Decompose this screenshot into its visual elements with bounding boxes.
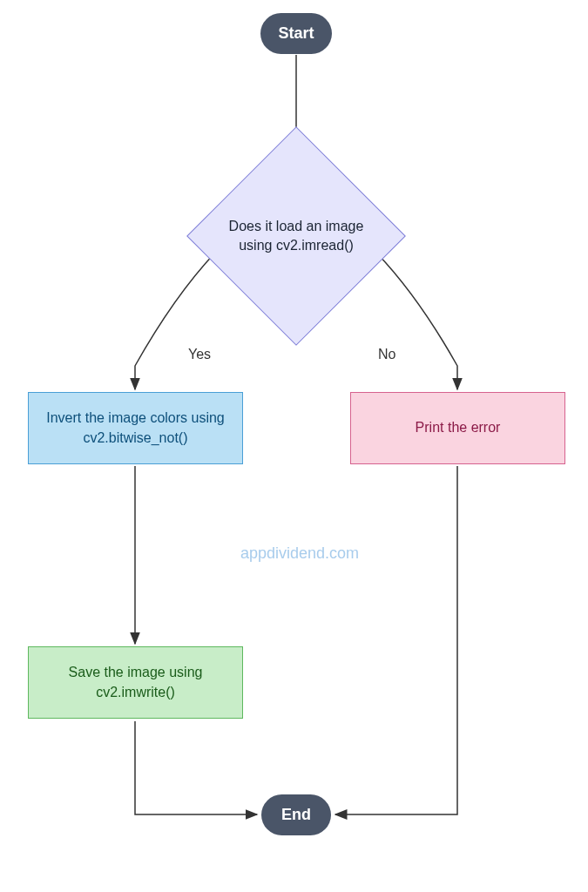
error-label: Print the error bbox=[416, 418, 501, 437]
invert-label: Invert the image colors using cv2.bitwis… bbox=[37, 409, 233, 448]
start-node: Start bbox=[260, 13, 332, 54]
decision-node: Does it load an image using cv2.imread() bbox=[219, 159, 374, 314]
error-node: Print the error bbox=[350, 392, 565, 464]
decision-label: Does it load an image using cv2.imread() bbox=[222, 217, 370, 256]
end-label: End bbox=[281, 806, 311, 824]
save-label: Save the image using cv2.imwrite() bbox=[37, 663, 233, 702]
invert-node: Invert the image colors using cv2.bitwis… bbox=[28, 392, 243, 464]
flowchart-diagram: Start Does it load an image using cv2.im… bbox=[0, 0, 588, 892]
save-node: Save the image using cv2.imwrite() bbox=[28, 646, 243, 719]
watermark: appdividend.com bbox=[240, 544, 359, 563]
end-node: End bbox=[261, 794, 331, 835]
no-label: No bbox=[378, 347, 395, 362]
yes-label: Yes bbox=[188, 347, 211, 362]
start-label: Start bbox=[278, 24, 314, 43]
